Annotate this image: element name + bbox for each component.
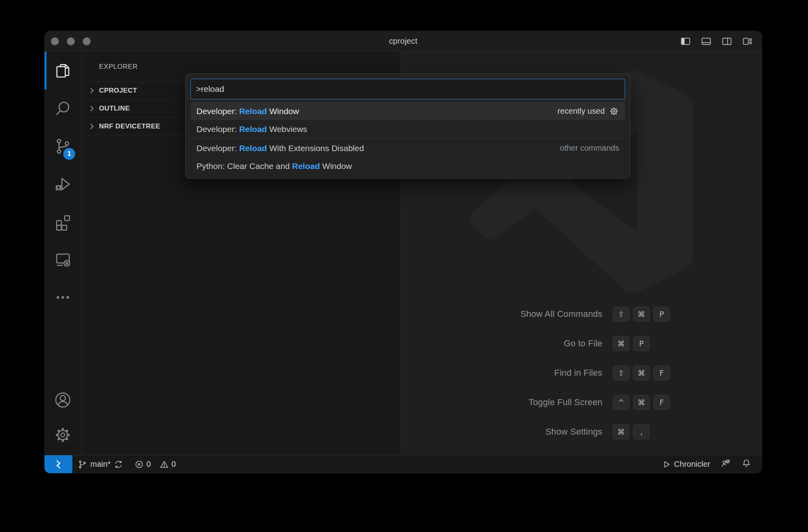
section-label: CPROJECT <box>99 87 137 95</box>
extensions-icon <box>54 213 72 231</box>
command-input[interactable]: >reload <box>190 79 625 99</box>
recently-used-label: recently used <box>557 107 605 116</box>
account-icon <box>54 391 72 409</box>
close-window-button[interactable] <box>51 37 59 45</box>
remote-explorer-icon <box>54 250 72 269</box>
p-key: P <box>653 307 670 322</box>
zoom-window-button[interactable] <box>83 37 91 45</box>
command-list: Developer: Reload Window recently used <box>190 102 625 175</box>
active-indicator <box>45 52 47 89</box>
remote-icon <box>52 458 64 470</box>
cmd-key: ⌘ <box>613 336 629 351</box>
sync-icon <box>114 460 123 469</box>
notifications-status[interactable] <box>741 458 752 470</box>
shortcut-row: Show All Commands ⇧ ⌘ P <box>400 306 762 322</box>
activity-search[interactable] <box>45 89 81 127</box>
problems-status[interactable]: 0 0 <box>134 460 176 469</box>
shortcut-label: Show All Commands <box>400 309 602 319</box>
command-item-reload-extensions-disabled[interactable]: Developer: Reload With Extensions Disabl… <box>190 139 625 157</box>
configure-keybinding-gear-icon[interactable] <box>609 106 619 116</box>
toggle-secondary-sidebar-icon[interactable] <box>721 36 732 47</box>
f-key: F <box>653 365 670 381</box>
activity-account[interactable] <box>45 382 81 417</box>
play-icon <box>662 460 671 469</box>
command-palette: >reload Developer: Reload Window recentl… <box>185 74 630 179</box>
feedback-icon <box>721 458 731 468</box>
cmd-key: ⌘ <box>613 424 629 439</box>
shortcut-label: Toggle Full Screen <box>400 397 602 408</box>
activity-more-actions[interactable] <box>45 278 81 316</box>
git-branch-status[interactable]: main* <box>78 460 123 469</box>
toggle-panel-icon[interactable] <box>701 36 712 47</box>
shift-key: ⇧ <box>613 365 629 381</box>
screen: cproject <box>0 0 808 532</box>
warning-count: 0 <box>171 460 176 469</box>
status-bar: main* 0 <box>45 455 762 473</box>
shortcut-row: Find in Files ⇧ ⌘ F <box>400 365 762 381</box>
command-item-python-clear-cache[interactable]: Python: Clear Cache and Reload Window <box>190 157 625 175</box>
layout-controls <box>680 36 762 47</box>
other-commands-label: other commands <box>560 144 619 153</box>
warnings-icon <box>159 460 169 469</box>
shortcut-label: Show Settings <box>400 427 602 437</box>
chronicler-label: Chronicler <box>674 460 710 469</box>
git-branch-icon <box>78 460 87 469</box>
activity-extensions[interactable] <box>45 203 81 241</box>
debug-icon <box>54 175 72 193</box>
f-key: F <box>653 395 670 410</box>
remote-indicator[interactable] <box>45 455 72 473</box>
vscode-window: cproject <box>45 31 762 473</box>
scm-badge: 1 <box>63 148 75 160</box>
command-item-reload-window[interactable]: Developer: Reload Window recently used <box>190 102 625 120</box>
bell-icon <box>741 458 752 468</box>
errors-icon <box>134 460 144 469</box>
search-icon <box>54 99 72 118</box>
error-count: 0 <box>146 460 151 469</box>
title-bar: cproject <box>45 31 762 52</box>
cmd-key: ⌘ <box>633 395 650 410</box>
files-icon <box>54 62 72 80</box>
section-label: OUTLINE <box>99 105 130 113</box>
p-key: P <box>633 336 650 351</box>
command-query: >reload <box>196 84 224 94</box>
comma-key: , <box>633 424 650 439</box>
chevron-right-icon <box>87 122 96 131</box>
customize-layout-icon[interactable] <box>742 36 753 47</box>
gear-icon <box>54 426 72 444</box>
window-title: cproject <box>45 37 762 46</box>
activity-settings[interactable] <box>45 417 81 452</box>
traffic-lights <box>45 37 91 45</box>
chevron-right-icon <box>87 104 96 113</box>
ellipsis-icon <box>54 288 72 307</box>
feedback-status[interactable] <box>721 458 731 470</box>
palette-separator <box>191 138 624 139</box>
toggle-primary-sidebar-icon[interactable] <box>680 36 691 47</box>
ctrl-key: ^ <box>613 395 629 410</box>
activity-source-control[interactable]: 1 <box>45 127 81 165</box>
cmd-key: ⌘ <box>633 365 650 381</box>
section-label: NRF DEVICETREE <box>99 122 160 130</box>
activity-explorer[interactable] <box>45 52 81 89</box>
cmd-key: ⌘ <box>633 307 650 322</box>
shortcut-label: Go to File <box>400 338 602 349</box>
chronicler-status[interactable]: Chronicler <box>662 460 710 469</box>
watermark-shortcuts: Show All Commands ⇧ ⌘ P Go to File ⌘ P <box>400 306 762 453</box>
activity-remote-explorer[interactable] <box>45 241 81 278</box>
activity-run-debug[interactable] <box>45 165 81 203</box>
branch-name: main* <box>90 460 111 469</box>
chevron-right-icon <box>87 86 96 95</box>
shortcut-row: Show Settings ⌘ , <box>400 424 762 440</box>
command-item-reload-webviews[interactable]: Developer: Reload Webviews <box>190 120 625 138</box>
minimize-window-button[interactable] <box>67 37 75 45</box>
shortcut-row: Go to File ⌘ P <box>400 336 762 351</box>
shortcut-label: Find in Files <box>400 368 602 378</box>
shift-key: ⇧ <box>613 307 629 322</box>
activity-bar: 1 <box>45 52 82 455</box>
shortcut-row: Toggle Full Screen ^ ⌘ F <box>400 394 762 410</box>
